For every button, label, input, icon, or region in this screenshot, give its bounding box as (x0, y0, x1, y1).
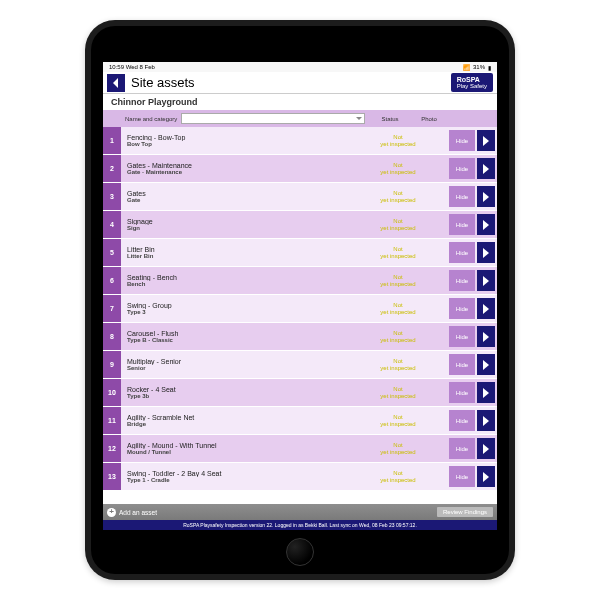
open-asset-button[interactable] (477, 242, 495, 263)
open-asset-button[interactable] (477, 214, 495, 235)
asset-status: Notyet inspected (377, 267, 419, 294)
open-asset-button[interactable] (477, 326, 495, 347)
asset-number: 11 (103, 407, 121, 434)
asset-row[interactable]: 2Gates - MaintenanceGate - MaintenanceNo… (103, 155, 497, 183)
asset-name: Seating - Bench (127, 274, 371, 281)
asset-row[interactable]: 1Fencing - Bow-TopBow TopNotyet inspecte… (103, 127, 497, 155)
open-asset-button[interactable] (477, 298, 495, 319)
hide-button[interactable]: Hide (449, 242, 475, 263)
asset-category: Mound / Tunnel (127, 449, 371, 455)
hide-button[interactable]: Hide (449, 438, 475, 459)
col-status-label: Status (369, 116, 411, 122)
asset-name: Agility - Mound - With Tunnel (127, 442, 371, 449)
asset-row[interactable]: 9Multiplay - SeniorSeniorNotyet inspecte… (103, 351, 497, 379)
asset-number: 4 (103, 211, 121, 238)
open-asset-button[interactable] (477, 158, 495, 179)
asset-category: Senior (127, 365, 371, 371)
open-asset-button[interactable] (477, 410, 495, 431)
asset-number: 10 (103, 379, 121, 406)
home-button[interactable] (286, 538, 314, 566)
status-time: 10:59 Wed 8 Feb (109, 64, 155, 70)
add-asset-button[interactable]: + Add an asset (107, 508, 157, 517)
hide-button[interactable]: Hide (449, 186, 475, 207)
asset-row[interactable]: 13Swing - Toddler - 2 Bay 4 SeatType 1 -… (103, 463, 497, 491)
open-asset-button[interactable] (477, 438, 495, 459)
asset-name-cat: Carousel - FlushType B - Classic (121, 323, 377, 350)
hide-button[interactable]: Hide (449, 382, 475, 403)
asset-number: 5 (103, 239, 121, 266)
hide-button[interactable]: Hide (449, 326, 475, 347)
asset-row[interactable]: 3GatesGateNotyet inspectedHide (103, 183, 497, 211)
asset-row[interactable]: 12Agility - Mound - With TunnelMound / T… (103, 435, 497, 463)
asset-category: Type 1 - Cradle (127, 477, 371, 483)
open-asset-button[interactable] (477, 186, 495, 207)
page-title: Site assets (131, 75, 451, 90)
open-asset-button[interactable] (477, 130, 495, 151)
chevron-right-icon (482, 388, 490, 398)
chevron-right-icon (482, 276, 490, 286)
asset-category: Sign (127, 225, 371, 231)
asset-photo-cell (419, 127, 447, 154)
asset-photo-cell (419, 407, 447, 434)
logo-line1: RoSPA (457, 76, 487, 83)
hide-button[interactable]: Hide (449, 298, 475, 319)
top-bar: Site assets RoSPA Play Safety (103, 72, 497, 94)
asset-status: Notyet inspected (377, 351, 419, 378)
chevron-right-icon (482, 472, 490, 482)
asset-row[interactable]: 6Seating - BenchBenchNotyet inspectedHid… (103, 267, 497, 295)
hide-button[interactable]: Hide (449, 466, 475, 487)
col-photo-label: Photo (415, 116, 443, 122)
open-asset-button[interactable] (477, 466, 495, 487)
chevron-right-icon (482, 136, 490, 146)
hide-button[interactable]: Hide (449, 214, 475, 235)
col-name-label: Name and category (125, 116, 177, 122)
chevron-left-icon (111, 78, 121, 88)
asset-status: Notyet inspected (377, 211, 419, 238)
asset-row[interactable]: 4SignageSignNotyet inspectedHide (103, 211, 497, 239)
asset-name-cat: SignageSign (121, 211, 377, 238)
asset-row[interactable]: 8Carousel - FlushType B - ClassicNotyet … (103, 323, 497, 351)
asset-photo-cell (419, 239, 447, 266)
asset-photo-cell (419, 351, 447, 378)
asset-name: Fencing - Bow-Top (127, 134, 371, 141)
review-findings-button[interactable]: Review Findings (437, 507, 493, 517)
hide-button[interactable]: Hide (449, 130, 475, 151)
asset-status: Notyet inspected (377, 435, 419, 462)
bottom-toolbar: + Add an asset Review Findings (103, 504, 497, 520)
asset-name-cat: GatesGate (121, 183, 377, 210)
asset-number: 12 (103, 435, 121, 462)
rospa-logo: RoSPA Play Safety (451, 73, 493, 92)
hide-button[interactable]: Hide (449, 158, 475, 179)
asset-row[interactable]: 5Litter BinLitter BinNotyet inspectedHid… (103, 239, 497, 267)
back-button[interactable] (107, 74, 125, 92)
asset-name-cat: Fencing - Bow-TopBow Top (121, 127, 377, 154)
chevron-right-icon (482, 248, 490, 258)
category-filter-dropdown[interactable] (181, 113, 365, 124)
hide-button[interactable]: Hide (449, 354, 475, 375)
hide-button[interactable]: Hide (449, 270, 475, 291)
asset-number: 3 (103, 183, 121, 210)
asset-photo-cell (419, 183, 447, 210)
battery-icon: ▮ (488, 64, 491, 71)
asset-photo-cell (419, 155, 447, 182)
asset-status: Notyet inspected (377, 183, 419, 210)
asset-row[interactable]: 7Swing - GroupType 3Notyet inspectedHide (103, 295, 497, 323)
app-screen: 10:59 Wed 8 Feb 📶 31% ▮ Site assets RoSP… (103, 62, 497, 530)
chevron-right-icon (482, 444, 490, 454)
asset-row[interactable]: 10Rocker - 4 SeatType 3bNotyet inspected… (103, 379, 497, 407)
asset-status: Notyet inspected (377, 127, 419, 154)
asset-photo-cell (419, 323, 447, 350)
asset-row[interactable]: 11Agility - Scramble NetBridgeNotyet ins… (103, 407, 497, 435)
chevron-right-icon (482, 192, 490, 202)
asset-number: 13 (103, 463, 121, 490)
asset-name-cat: Agility - Scramble NetBridge (121, 407, 377, 434)
asset-name: Signage (127, 218, 371, 225)
battery-label: 31% (473, 64, 485, 70)
hide-button[interactable]: Hide (449, 410, 475, 431)
column-headers: Name and category Status Photo (103, 110, 497, 127)
asset-status: Notyet inspected (377, 155, 419, 182)
add-asset-label: Add an asset (119, 509, 157, 516)
open-asset-button[interactable] (477, 354, 495, 375)
open-asset-button[interactable] (477, 270, 495, 291)
open-asset-button[interactable] (477, 382, 495, 403)
